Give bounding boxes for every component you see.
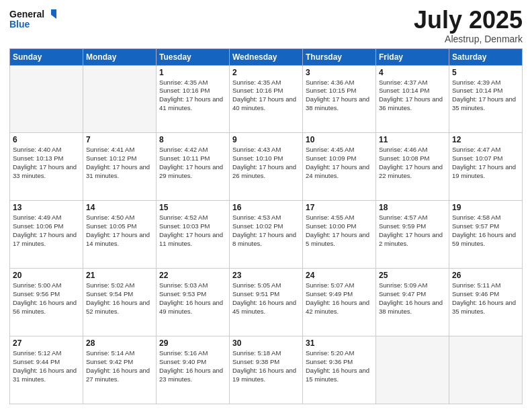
day-number: 5 bbox=[452, 68, 519, 77]
svg-text:Blue: Blue bbox=[9, 19, 30, 30]
day-number: 16 bbox=[232, 203, 300, 212]
day-detail: Sunrise: 5:18 AM Sunset: 9:38 PM Dayligh… bbox=[232, 349, 300, 383]
calendar-week-row: 27Sunrise: 5:12 AM Sunset: 9:44 PM Dayli… bbox=[10, 336, 523, 404]
calendar-week-row: 13Sunrise: 4:49 AM Sunset: 10:06 PM Dayl… bbox=[10, 201, 523, 269]
title-month: July 2025 bbox=[414, 7, 523, 34]
day-number: 7 bbox=[86, 135, 153, 144]
table-row: 31Sunrise: 5:20 AM Sunset: 9:36 PM Dayli… bbox=[303, 336, 376, 404]
day-number: 13 bbox=[13, 203, 80, 212]
table-row: 18Sunrise: 4:57 AM Sunset: 9:59 PM Dayli… bbox=[376, 201, 449, 269]
day-number: 14 bbox=[86, 203, 153, 212]
day-number: 30 bbox=[232, 338, 300, 348]
table-row: 28Sunrise: 5:14 AM Sunset: 9:42 PM Dayli… bbox=[83, 336, 157, 404]
day-number: 27 bbox=[13, 338, 80, 348]
table-row: 16Sunrise: 4:53 AM Sunset: 10:02 PM Dayl… bbox=[230, 201, 303, 269]
day-detail: Sunrise: 5:16 AM Sunset: 9:40 PM Dayligh… bbox=[159, 349, 226, 383]
table-row: 29Sunrise: 5:16 AM Sunset: 9:40 PM Dayli… bbox=[157, 336, 230, 404]
table-row bbox=[10, 65, 83, 133]
calendar-week-row: 6Sunrise: 4:40 AM Sunset: 10:13 PM Dayli… bbox=[10, 133, 523, 201]
day-number: 28 bbox=[86, 338, 153, 348]
table-row: 5Sunrise: 4:39 AM Sunset: 10:14 PM Dayli… bbox=[449, 65, 523, 133]
svg-marker-2 bbox=[51, 9, 56, 19]
table-row: 22Sunrise: 5:03 AM Sunset: 9:53 PM Dayli… bbox=[157, 269, 230, 336]
table-row: 4Sunrise: 4:37 AM Sunset: 10:14 PM Dayli… bbox=[376, 65, 449, 133]
day-detail: Sunrise: 5:14 AM Sunset: 9:42 PM Dayligh… bbox=[86, 349, 153, 383]
calendar-week-row: 20Sunrise: 5:00 AM Sunset: 9:56 PM Dayli… bbox=[10, 269, 523, 336]
table-row: 23Sunrise: 5:05 AM Sunset: 9:51 PM Dayli… bbox=[230, 269, 303, 336]
day-number: 20 bbox=[13, 271, 80, 280]
day-detail: Sunrise: 4:53 AM Sunset: 10:02 PM Daylig… bbox=[232, 214, 300, 248]
day-number: 26 bbox=[452, 271, 519, 280]
day-number: 24 bbox=[306, 271, 373, 280]
day-detail: Sunrise: 4:43 AM Sunset: 10:10 PM Daylig… bbox=[232, 146, 300, 180]
day-detail: Sunrise: 4:50 AM Sunset: 10:05 PM Daylig… bbox=[86, 214, 153, 248]
table-row: 9Sunrise: 4:43 AM Sunset: 10:10 PM Dayli… bbox=[230, 133, 303, 201]
table-row: 11Sunrise: 4:46 AM Sunset: 10:08 PM Dayl… bbox=[376, 133, 449, 201]
table-row bbox=[376, 336, 449, 404]
day-detail: Sunrise: 4:39 AM Sunset: 10:14 PM Daylig… bbox=[452, 79, 519, 113]
col-thursday: Thursday bbox=[303, 48, 376, 65]
title-block: July 2025 Alestrup, Denmark bbox=[414, 7, 523, 44]
table-row: 24Sunrise: 5:07 AM Sunset: 9:49 PM Dayli… bbox=[303, 269, 376, 336]
day-number: 15 bbox=[159, 203, 226, 212]
table-row: 27Sunrise: 5:12 AM Sunset: 9:44 PM Dayli… bbox=[10, 336, 83, 404]
day-number: 11 bbox=[379, 135, 446, 144]
table-row: 10Sunrise: 4:45 AM Sunset: 10:09 PM Dayl… bbox=[303, 133, 376, 201]
day-number: 2 bbox=[232, 68, 300, 77]
day-detail: Sunrise: 5:05 AM Sunset: 9:51 PM Dayligh… bbox=[232, 281, 300, 316]
table-row bbox=[449, 336, 523, 404]
day-detail: Sunrise: 4:58 AM Sunset: 9:57 PM Dayligh… bbox=[452, 214, 519, 248]
header: General Blue July 2025 Alestrup, Denmark bbox=[9, 7, 523, 44]
day-detail: Sunrise: 5:12 AM Sunset: 9:44 PM Dayligh… bbox=[13, 349, 80, 383]
table-row: 3Sunrise: 4:36 AM Sunset: 10:15 PM Dayli… bbox=[303, 65, 376, 133]
day-detail: Sunrise: 4:35 AM Sunset: 10:16 PM Daylig… bbox=[159, 79, 226, 113]
table-row: 7Sunrise: 4:41 AM Sunset: 10:12 PM Dayli… bbox=[83, 133, 157, 201]
table-row: 6Sunrise: 4:40 AM Sunset: 10:13 PM Dayli… bbox=[10, 133, 83, 201]
day-number: 29 bbox=[159, 338, 226, 348]
logo: General Blue bbox=[9, 7, 56, 31]
day-number: 19 bbox=[452, 203, 519, 212]
table-row: 15Sunrise: 4:52 AM Sunset: 10:03 PM Dayl… bbox=[157, 201, 230, 269]
col-saturday: Saturday bbox=[449, 48, 523, 65]
calendar-week-row: 1Sunrise: 4:35 AM Sunset: 10:16 PM Dayli… bbox=[10, 65, 523, 133]
table-row: 26Sunrise: 5:11 AM Sunset: 9:46 PM Dayli… bbox=[449, 269, 523, 336]
logo-svg: General Blue bbox=[9, 7, 56, 31]
page: General Blue July 2025 Alestrup, Denmark… bbox=[0, 0, 532, 411]
day-detail: Sunrise: 5:00 AM Sunset: 9:56 PM Dayligh… bbox=[13, 281, 80, 316]
table-row: 14Sunrise: 4:50 AM Sunset: 10:05 PM Dayl… bbox=[83, 201, 157, 269]
day-detail: Sunrise: 4:35 AM Sunset: 10:16 PM Daylig… bbox=[232, 79, 300, 113]
day-number: 4 bbox=[379, 68, 446, 77]
table-row: 21Sunrise: 5:02 AM Sunset: 9:54 PM Dayli… bbox=[83, 269, 157, 336]
day-number: 22 bbox=[159, 271, 226, 280]
table-row: 12Sunrise: 4:47 AM Sunset: 10:07 PM Dayl… bbox=[449, 133, 523, 201]
day-detail: Sunrise: 5:07 AM Sunset: 9:49 PM Dayligh… bbox=[306, 281, 373, 316]
day-detail: Sunrise: 5:09 AM Sunset: 9:47 PM Dayligh… bbox=[379, 281, 446, 316]
day-number: 21 bbox=[86, 271, 153, 280]
day-number: 25 bbox=[379, 271, 446, 280]
day-number: 10 bbox=[306, 135, 373, 144]
table-row: 20Sunrise: 5:00 AM Sunset: 9:56 PM Dayli… bbox=[10, 269, 83, 336]
col-tuesday: Tuesday bbox=[157, 48, 230, 65]
day-number: 6 bbox=[13, 135, 80, 144]
day-detail: Sunrise: 4:49 AM Sunset: 10:06 PM Daylig… bbox=[13, 214, 80, 248]
day-detail: Sunrise: 4:41 AM Sunset: 10:12 PM Daylig… bbox=[86, 146, 153, 180]
day-number: 17 bbox=[306, 203, 373, 212]
day-detail: Sunrise: 4:36 AM Sunset: 10:15 PM Daylig… bbox=[306, 79, 373, 113]
day-detail: Sunrise: 4:42 AM Sunset: 10:11 PM Daylig… bbox=[159, 146, 226, 180]
table-row: 25Sunrise: 5:09 AM Sunset: 9:47 PM Dayli… bbox=[376, 269, 449, 336]
day-detail: Sunrise: 4:46 AM Sunset: 10:08 PM Daylig… bbox=[379, 146, 446, 180]
table-row bbox=[83, 65, 157, 133]
calendar-table: Sunday Monday Tuesday Wednesday Thursday… bbox=[9, 48, 523, 404]
day-detail: Sunrise: 4:47 AM Sunset: 10:07 PM Daylig… bbox=[452, 146, 519, 180]
day-detail: Sunrise: 4:40 AM Sunset: 10:13 PM Daylig… bbox=[13, 146, 80, 180]
day-number: 3 bbox=[306, 68, 373, 77]
day-detail: Sunrise: 4:52 AM Sunset: 10:03 PM Daylig… bbox=[159, 214, 226, 248]
col-wednesday: Wednesday bbox=[230, 48, 303, 65]
table-row: 19Sunrise: 4:58 AM Sunset: 9:57 PM Dayli… bbox=[449, 201, 523, 269]
day-number: 23 bbox=[232, 271, 300, 280]
day-detail: Sunrise: 5:20 AM Sunset: 9:36 PM Dayligh… bbox=[306, 349, 373, 383]
svg-text:General: General bbox=[9, 9, 44, 19]
table-row: 17Sunrise: 4:55 AM Sunset: 10:00 PM Dayl… bbox=[303, 201, 376, 269]
day-detail: Sunrise: 5:02 AM Sunset: 9:54 PM Dayligh… bbox=[86, 281, 153, 316]
day-number: 8 bbox=[159, 135, 226, 144]
